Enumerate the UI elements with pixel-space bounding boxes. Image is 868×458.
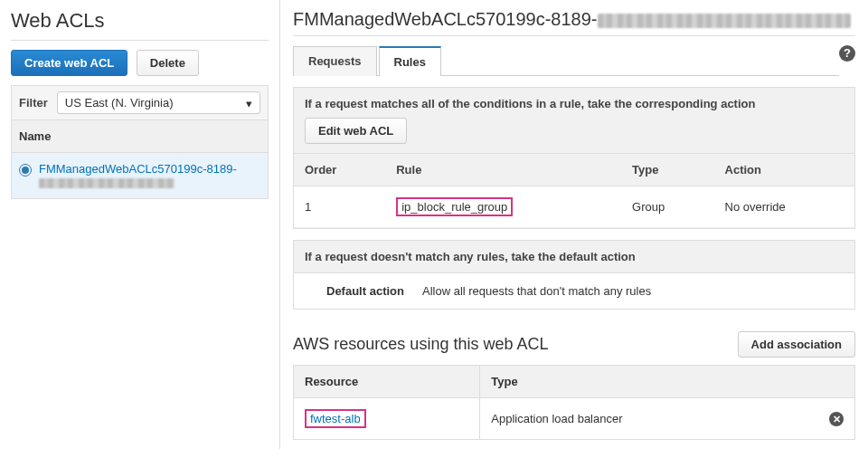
delete-button[interactable]: Delete [137,50,199,76]
divider [293,35,855,36]
default-action-label: Default action [326,284,404,298]
region-select-value: US East (N. Virginia) [65,96,174,110]
resources-section-title: AWS resources using this web ACL [293,335,548,354]
remove-association-icon[interactable]: ✕ [829,412,844,426]
acl-list-item[interactable]: FMManagedWebACLc570199c-8189- [12,153,268,198]
acl-item-name: FMManagedWebACLc570199c-8189- [39,162,237,189]
rules-panel-heading: If a request matches all of the conditio… [305,97,844,110]
col-action: Action [714,154,854,186]
tab-requests[interactable]: Requests [293,46,377,76]
add-association-button[interactable]: Add association [738,331,855,358]
resource-link-highlighted[interactable]: fwtest-alb [305,409,366,428]
tab-rules[interactable]: Rules [379,46,441,76]
col-type: Type [621,154,713,186]
col-order: Order [294,154,385,186]
caret-down-icon: ▾ [246,96,252,110]
col-rule: Rule [385,154,621,186]
create-web-acl-button[interactable]: Create web ACL [11,50,127,76]
redacted-text [39,178,175,188]
rules-panel: If a request matches all of the conditio… [293,87,855,229]
cell-action: No override [714,186,854,228]
cell-rule-highlighted: ip_block_rule_group [396,197,513,216]
default-panel-heading: If a request doesn't match any rules, ta… [305,250,844,263]
table-row: 1 ip_block_rule_group Group No override [294,186,854,228]
page-title: Web ACLs [11,9,269,33]
edit-web-acl-button[interactable]: Edit web ACL [305,118,407,144]
filter-label: Filter [19,96,48,110]
help-icon[interactable]: ? [839,45,855,62]
cell-type: Group [621,186,713,228]
col-res-type: Type [480,366,855,398]
default-action-value: Allow all requests that don't match any … [422,284,651,298]
redacted-text [598,14,851,28]
cell-order: 1 [294,186,385,228]
divider [11,40,269,41]
table-row: fwtest-alb Application load balancer ✕ [294,398,855,440]
default-action-panel: If a request doesn't match any rules, ta… [293,240,855,310]
col-resource: Resource [294,366,480,398]
radio-selected-icon[interactable] [19,164,32,177]
region-select[interactable]: US East (N. Virginia) ▾ [57,91,260,114]
cell-res-type: Application load balancer [491,412,622,425]
name-column-header: Name [11,120,269,153]
detail-title: FMManagedWebACLc570199c-8189- [293,9,855,30]
